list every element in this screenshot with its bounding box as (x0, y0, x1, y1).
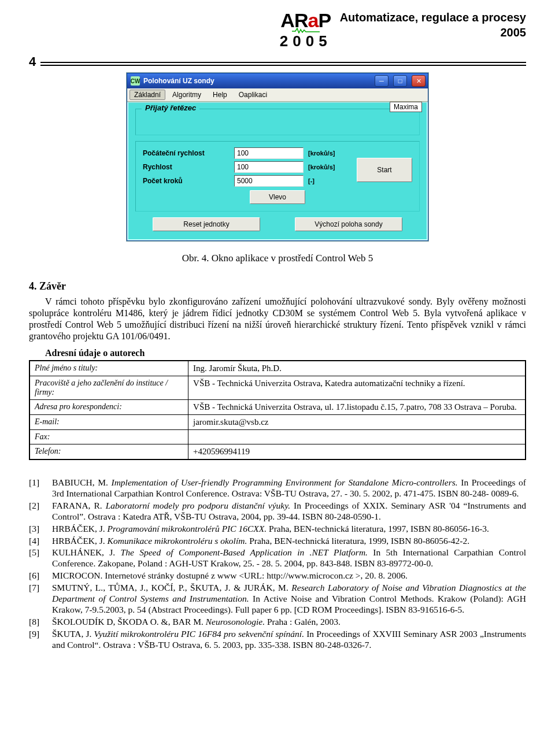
group-params: Počáteční rychlost 100 [kroků/s] Rychlos… (135, 141, 420, 212)
page-header: ARaP 2005 Automatizace, regulace a proce… (29, 10, 526, 51)
author-details-table: Plné jméno s tituly: Ing. Jaromír Škuta,… (29, 360, 526, 460)
reference-item: [9]ŠKUTA, J. Využití mikrokontroléru PIC… (29, 629, 526, 651)
table-row: Plné jméno s tituly: Ing. Jaromír Škuta,… (29, 361, 526, 376)
reset-button[interactable]: Reset jednotky (153, 217, 260, 231)
page-number-rule: 4 (29, 54, 526, 69)
reference-text: ŠKOLOUDÍK D, ŠKODA O. &, BAR M. Neuroson… (52, 617, 526, 628)
reference-item: [8]ŠKOLOUDÍK D, ŠKODA O. &, BAR M. Neuro… (29, 617, 526, 628)
window-titlebar[interactable]: CW Polohování UZ sondy ─ □ ✕ (127, 73, 428, 88)
table-row: Fax: (29, 430, 526, 444)
table-row: Telefon: +420596994119 (29, 444, 526, 460)
reference-text: HRBÁČEK, J. Programování mikrokontrolérů… (52, 524, 526, 535)
reference-item: [7]SMUTNÝ, L., TŮMA, J., KOČÍ, P., ŠKUTA… (29, 583, 526, 616)
header-rule (40, 62, 526, 66)
popup-maxima[interactable]: Maxima (390, 102, 422, 112)
figure-caption: Obr. 4. Okno aplikace v prostředí Contro… (29, 253, 526, 264)
minimize-button[interactable]: ─ (375, 75, 388, 87)
vychozi-poloha-button[interactable]: Výchozí poloha sondy (295, 217, 402, 231)
value-telefon: +420596994119 (188, 444, 526, 460)
unit-rychlost: [kroků/s] (308, 164, 354, 171)
section-heading-zaver: 4. Závěr (29, 280, 526, 292)
start-button[interactable]: Start (357, 158, 412, 182)
reference-text: SMUTNÝ, L., TŮMA, J., KOČÍ, P., ŠKUTA, J… (52, 583, 526, 616)
para-zaver: V rámci tohoto příspěvku bylo zkonfiguro… (29, 296, 526, 342)
unit-pocet: [-] (308, 177, 354, 184)
page-number: 4 (29, 54, 36, 69)
table-row: E-mail: jaromir.skuta@vsb.cz (29, 415, 526, 430)
reference-item: [2]FARANA, R. Laboratorní modely pro pod… (29, 501, 526, 522)
value-email: jaromir.skuta@vsb.cz (188, 415, 526, 430)
input-rychlost[interactable]: 100 (234, 161, 304, 173)
unit-pocatecni: [kroků/s] (308, 150, 354, 157)
table-row: Adresa pro korespondenci: VŠB - Technick… (29, 400, 526, 415)
reference-item: [4]HRBÁČEK, J. Komunikace mikrokontrolér… (29, 536, 526, 547)
label-email: E-mail: (29, 415, 188, 430)
menu-algoritmy[interactable]: Algoritmy (168, 90, 206, 100)
label-jmeno: Plné jméno s tituly: (29, 361, 188, 376)
reference-text: FARANA, R. Laboratorní modely pro podpor… (52, 501, 526, 522)
app-body: Maxima Přijatý řetězec Počáteční rychlos… (127, 102, 428, 240)
reference-item: [6]MICROCON. Internetové stránky dostupn… (29, 570, 526, 581)
label-adresa: Adresa pro korespondenci: (29, 400, 188, 415)
reference-item: [3]HRBÁČEK, J. Programování mikrokontrol… (29, 524, 526, 535)
value-adresa: VŠB - Technická Univerzita Ostrava, ul. … (188, 400, 526, 415)
subheading-adresni: Adresní údaje o autorech (29, 348, 526, 358)
menu-help[interactable]: Help (208, 90, 232, 100)
input-pocet-kroku[interactable]: 5000 (234, 175, 304, 187)
logo-text-2: P (318, 9, 331, 31)
reference-text: MICROCON. Internetové stránky dostupné z… (52, 570, 526, 581)
app-window: CW Polohování UZ sondy ─ □ ✕ Základní Al… (127, 73, 428, 241)
close-button[interactable]: ✕ (412, 75, 426, 87)
label-pracoviste: Pracoviště a jeho začlenění do instituce… (29, 376, 188, 400)
received-string-area (136, 109, 419, 135)
reference-text: KULHÁNEK, J. The Speed of Component-Base… (52, 547, 526, 569)
reference-text: BABIUCH, M. Implementation of User-frien… (52, 477, 526, 499)
reference-item: [1]BABIUCH, M. Implementation of User-fr… (29, 477, 526, 499)
label-rychlost: Rychlost (143, 163, 230, 171)
label-fax: Fax: (29, 430, 188, 444)
menu-bar: Základní Algoritmy Help Oaplikaci (127, 88, 428, 102)
reference-text: HRBÁČEK, J. Komunikace mikrokontroléru s… (52, 536, 526, 547)
label-telefon: Telefon: (29, 444, 188, 460)
reference-item: [5]KULHÁNEK, J. The Speed of Component-B… (29, 547, 526, 569)
value-pracoviste: VŠB - Technická Univerzita Ostrava, Kate… (188, 376, 526, 400)
table-row: Pracoviště a jeho začlenění do instituce… (29, 376, 526, 400)
logo-year: 2005 (280, 34, 332, 49)
value-fax (188, 430, 526, 444)
value-jmeno: Ing. Jaromír Škuta, Ph.D. (188, 361, 526, 376)
logo-text-red: a (308, 9, 318, 31)
window-title: Polohování UZ sondy (143, 77, 370, 85)
menu-zakladni[interactable]: Základní (130, 90, 165, 100)
header-title-year: 2005 (340, 25, 526, 39)
vlevo-button[interactable]: Vlevo (250, 190, 305, 204)
group-recv-title: Přijatý řetězec (142, 103, 199, 112)
input-pocatecni-rychlost[interactable]: 100 (234, 147, 304, 159)
logo-text-1: AR (280, 9, 308, 31)
reference-text: ŠKUTA, J. Využití mikrokontroléru PIC 16… (52, 629, 526, 651)
group-received-string: Přijatý řetězec (135, 109, 420, 135)
references-list: [1]BABIUCH, M. Implementation of User-fr… (29, 477, 526, 651)
maximize-button[interactable]: □ (393, 75, 407, 87)
app-icon: CW (131, 76, 140, 86)
conference-logo: ARaP 2005 (280, 10, 332, 49)
header-title: Automatizace, regulace a procesy (340, 11, 526, 24)
label-pocatecni-rychlost: Počáteční rychlost (143, 149, 230, 157)
menu-oaplikaci[interactable]: Oaplikaci (234, 90, 272, 100)
label-pocet-kroku: Počet kroků (143, 177, 230, 185)
